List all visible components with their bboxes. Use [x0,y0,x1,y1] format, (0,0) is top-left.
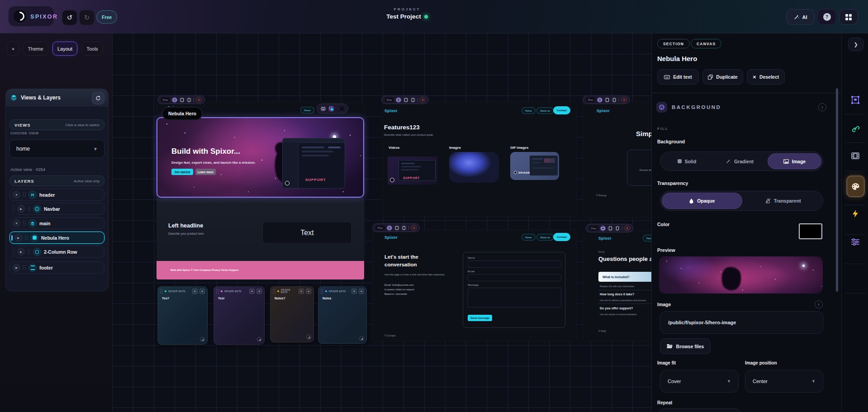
name-input[interactable] [468,260,561,268]
undo-button[interactable]: ↺ [62,10,77,25]
chevron-right-icon[interactable]: ▶ [17,205,25,213]
hero-title[interactable]: Build with Spixor... [171,147,240,156]
option-solid[interactable]: Solid [660,152,713,170]
text-box[interactable]: Text [262,222,352,244]
artboard-toolbar-contact[interactable]: Prev ✕ [372,223,420,232]
deselect-icon[interactable]: ✕ [339,104,345,113]
drag-handle[interactable] [23,221,26,226]
note-text[interactable]: Notes? [275,297,285,300]
features-nav-about[interactable]: About us [536,107,554,114]
media-tool-button[interactable] [842,152,868,160]
drag-handle[interactable] [28,250,30,254]
contact-nav-contact[interactable]: Contact [553,233,570,241]
apps-grid-button[interactable] [839,9,858,25]
resize-handle[interactable] [359,336,364,341]
hero-subtitle[interactable]: Design fast, export clean, and launch li… [171,161,256,165]
actions-tool-button[interactable] [842,209,868,218]
artboard-contact[interactable]: Spixor Home About us Contact Let's start… [372,230,577,341]
contact-nav-home[interactable]: Home [522,234,536,241]
repeat-select[interactable] [660,408,740,412]
edit-icon[interactable]: ✎ [351,289,357,294]
phone-icon[interactable] [186,97,192,103]
link-tool-button[interactable] [842,124,868,133]
note-text[interactable]: Yes! [218,297,224,300]
close-icon[interactable]: ✕ [420,97,426,103]
drag-handle[interactable] [25,236,28,240]
resize-handle[interactable] [257,337,262,342]
chevron-down-icon[interactable]: ▼ [13,219,20,227]
note-text[interactable]: Yes? [162,297,169,300]
edit-text-icon[interactable] [320,106,326,112]
expand-icon[interactable] [328,106,334,112]
artboard-toolbar-pricing[interactable]: Prev ✕ [583,95,630,104]
drag-handle[interactable] [160,289,163,294]
artboard-toolbar-faq[interactable]: Prev ✕ [586,224,633,232]
note-text[interactable]: Notes [323,297,331,300]
desktop-icon[interactable] [387,225,392,231]
deselect-button[interactable]: ✕ Deselect [747,69,785,85]
palette-tool-button[interactable] [847,176,864,197]
resize-handle[interactable] [306,335,311,340]
drag-handle[interactable] [321,289,323,294]
info-icon[interactable]: i [818,103,826,111]
phone-icon[interactable] [410,97,416,103]
close-icon[interactable]: ✕ [624,225,630,231]
email-input[interactable] [468,274,561,281]
left-headline[interactable]: Left headline [168,223,203,229]
desktop-icon[interactable] [600,226,606,231]
drag-handle[interactable] [28,207,30,211]
note-card[interactable]: SPIXOR NOTE✎✕ Yes! [213,286,265,345]
image-position-select[interactable]: Center▼ [745,370,823,393]
tab-layout[interactable]: Layout [52,42,77,56]
redo-button[interactable]: ↻ [79,10,95,25]
drag-handle[interactable] [23,193,26,197]
close-icon[interactable]: ✕ [306,289,311,294]
layer-row-header[interactable]: ▼ H header [9,189,104,201]
collapse-panel-button[interactable]: ❯ [848,38,863,51]
resize-handle[interactable] [200,337,205,342]
edit-icon[interactable]: ✎ [299,289,304,294]
edit-icon[interactable]: ✎ [192,289,198,294]
tablet-icon[interactable] [394,225,399,231]
ai-button[interactable]: AI [786,9,815,25]
info-icon[interactable]: i [815,300,823,308]
footer-section[interactable]: Built with Spixor © Your Company Privacy… [157,261,364,279]
view-select[interactable]: home▼ [9,140,104,158]
color-swatch[interactable] [799,223,822,239]
faq-question[interactable]: Do you offer support? [600,307,633,310]
get-started-button[interactable]: Get started [171,169,193,175]
close-icon[interactable]: ✕ [411,225,417,231]
send-message-button[interactable]: Send message [468,315,492,321]
layer-row-two-column[interactable]: ▶ 2-Column Row [14,246,104,258]
close-icon[interactable]: ✕ [256,289,262,294]
left-headline-sub[interactable]: Describe your product here. [168,232,204,235]
tab-t ools[interactable]: Tools [81,42,103,56]
contact-nav-about[interactable]: About us [536,234,554,241]
drag-handle[interactable] [273,289,275,294]
layer-row-main[interactable]: ▼ main [9,217,104,229]
add-tab-button[interactable]: + [7,42,19,56]
two-column-section[interactable]: Left headline Describe your product here… [157,198,364,261]
tablet-icon[interactable] [403,97,408,103]
browse-files-button[interactable]: Browse files [660,338,711,354]
option-transparent[interactable]: Transparent [744,191,823,210]
tab-section[interactable]: SECTION [657,39,690,48]
faq-heading[interactable]: Questions people ask [598,256,659,262]
chevron-right-icon[interactable]: ▶ [17,248,25,256]
image-fit-select[interactable]: Cover▼ [660,370,739,393]
desktop-icon[interactable] [597,97,602,103]
faq-question[interactable]: How long does it take? [600,293,634,296]
layer-row-navbar[interactable]: ▶ Navbar [14,203,104,215]
features-nav-contact[interactable]: Contact [553,106,570,114]
option-opaque[interactable]: Opaque [662,193,742,208]
contact-heading-1[interactable]: Let's start the [384,254,418,260]
note-card[interactable]: SPIXOR NOTE✎✕ Yes? [157,286,208,345]
help-button[interactable]: ? [817,9,836,25]
layer-row-nebula-hero[interactable]: ▶ Nebula Hero [9,232,104,244]
features-nav-home[interactable]: Home [522,107,536,114]
settings-tool-button[interactable] [842,238,868,246]
close-icon[interactable]: ✕ [621,97,627,103]
hero-section[interactable]: Build with Spixor... Design fast, export… [157,117,364,198]
tablet-icon[interactable] [607,226,613,231]
selection-quick-toolbar[interactable]: ✕ [317,104,348,114]
